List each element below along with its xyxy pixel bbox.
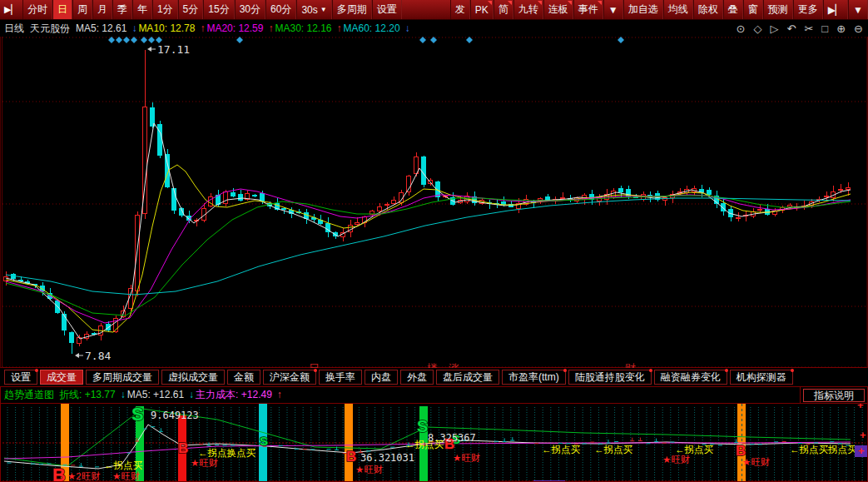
eye-icon[interactable]: ⊙ xyxy=(737,23,746,34)
indicator-help-button[interactable]: 指标说明 xyxy=(803,389,865,402)
indicator-panel-canvas[interactable]: SSSSBBBBB9.64912336.3210318.325367←拐点买★2… xyxy=(1,404,867,481)
bottom-tab[interactable]: 金额 xyxy=(227,370,260,385)
ma-readout: MA20: 12.59 xyxy=(206,22,263,34)
indicator-panel[interactable]: SSSSBBBBB9.64912336.3210318.325367←拐点买★2… xyxy=(0,403,868,482)
toolbar-button[interactable]: 连板 xyxy=(543,0,573,19)
trend-down-icon: ↓ xyxy=(405,22,410,34)
bottom-tab[interactable]: 外盘 xyxy=(400,370,434,385)
toolbar-button[interactable]: 加自选 xyxy=(623,0,663,19)
more-dropdown-icon[interactable]: ▼ xyxy=(848,0,868,19)
collapse-left-icon[interactable]: ▶▏ xyxy=(0,0,22,19)
trend-down-icon: ↓ xyxy=(131,22,136,34)
zoom-in-icon[interactable]: ⊕ xyxy=(836,23,846,34)
bottom-tab[interactable]: 多周期成交量 xyxy=(86,370,159,385)
indicator-readouts: 折线: +13.77↓MA5: +12.61↓主力成本: +12.49↑ xyxy=(59,388,284,402)
signal-bar xyxy=(345,404,353,481)
toolbar-button[interactable]: 1分 xyxy=(152,0,178,19)
undo-icon[interactable]: ↶ xyxy=(787,23,796,34)
price-high-label: 17.11 xyxy=(147,43,190,56)
bottom-tab[interactable]: 陆股通持股变化 xyxy=(568,370,652,385)
toolbar-button[interactable]: 15分 xyxy=(203,0,234,19)
toolbar-button[interactable]: 更多 xyxy=(793,0,823,19)
trend-down-icon: ↓ xyxy=(189,389,194,400)
toolbar-button[interactable]: 5分 xyxy=(178,0,204,19)
buy-marker: B xyxy=(178,440,188,456)
play-circle-icon[interactable]: ▷ xyxy=(771,23,779,34)
toolbar-button[interactable]: 事件 xyxy=(573,0,603,19)
ma-line-ma10 xyxy=(6,165,851,332)
trading-terminal-window: ▶▏ 分时日周月季年1分5分15分30分60分30s▼多周期设置 发PK简九转连… xyxy=(0,0,868,482)
toolbar-button[interactable]: 叠 xyxy=(723,0,743,19)
value-label: 9.649123 xyxy=(151,410,199,421)
notification-dot xyxy=(314,369,317,372)
signal-label: ←拐点买 xyxy=(594,445,633,455)
svg-text:财: 财 xyxy=(625,362,636,368)
trend-up-icon: ↑ xyxy=(268,22,273,34)
notification-dot xyxy=(563,369,567,372)
bottom-tab[interactable]: 设置 xyxy=(4,370,37,385)
period-label: 日线 xyxy=(4,22,24,36)
bottom-tab[interactable]: 沪深金额 xyxy=(263,370,316,385)
signal-label: ←拐点买 xyxy=(405,440,444,450)
svg-text:涨: 涨 xyxy=(449,362,459,368)
bottom-tab[interactable]: 融资融券变化 xyxy=(654,370,727,385)
main-chart-area[interactable]: 17.117.84日楼涨财 xyxy=(0,37,868,368)
svg-text:日: 日 xyxy=(309,362,320,368)
sell-marker: S xyxy=(260,434,268,448)
toolbar-button[interactable]: 窗 xyxy=(743,0,763,19)
buy-marker: B xyxy=(52,465,66,481)
toolbar-button[interactable]: 多周期 xyxy=(332,0,372,19)
zoom-out-icon[interactable]: ⊖ xyxy=(854,23,863,34)
bottom-tab[interactable]: 换手率 xyxy=(319,370,362,385)
signal-label: ←拐点买 xyxy=(104,460,143,470)
bottom-tab[interactable]: 内盘 xyxy=(365,370,398,385)
ma-readout: MA60: 12.20 xyxy=(344,22,400,34)
signal-label: ★旺财 xyxy=(453,453,480,463)
toolbar-button[interactable]: 设置 xyxy=(372,0,402,19)
cut-icon[interactable]: ✂ xyxy=(804,23,813,34)
bottom-tab[interactable]: 成交量 xyxy=(40,370,83,385)
bottom-tab[interactable]: 盘后成交量 xyxy=(436,370,499,385)
collapse-right-icon[interactable]: ▶▏ xyxy=(823,0,848,19)
signal-label: ★旺财 xyxy=(191,458,218,468)
toolbar-button[interactable]: 60分 xyxy=(265,0,296,19)
toolbar-button[interactable]: 均线 xyxy=(663,0,693,19)
main-chart-canvas[interactable]: 17.117.84日楼涨财 xyxy=(1,37,868,368)
toolbar-button[interactable]: 九转 xyxy=(513,0,543,19)
ma-readouts: MA5: 12.61↓MA10: 12.78↑MA20: 12.59↑MA30:… xyxy=(76,22,412,34)
toolbar-button[interactable]: 季 xyxy=(112,0,132,19)
toolbar-button[interactable]: 30s▼ xyxy=(296,0,331,19)
indicator-readout: 折线: +13.77 xyxy=(59,389,116,400)
toolbar-button[interactable]: 分时 xyxy=(22,0,52,19)
notification-dot xyxy=(791,369,794,372)
chart-tool-icons: ⊙◇▷↶✂□⊕⊖ xyxy=(728,23,863,34)
toolbar-button[interactable]: 年 xyxy=(132,0,152,19)
price-low-label: 7.84 xyxy=(75,350,111,362)
stock-name: 天元股份 xyxy=(30,22,70,36)
bottom-tab[interactable]: 市盈率(ttm) xyxy=(502,370,566,385)
toolbar-button[interactable]: 发 xyxy=(450,0,470,19)
toolbar-button[interactable]: 日 xyxy=(52,0,72,19)
toolbar-button[interactable]: 简 xyxy=(494,0,513,19)
toolbar-button[interactable]: 预测 xyxy=(763,0,793,19)
window-icon[interactable]: □ xyxy=(821,23,828,34)
notification-dot xyxy=(725,369,728,372)
buy-marker: B xyxy=(346,449,356,465)
plus-mark: + xyxy=(857,404,864,411)
events-dropdown-icon[interactable]: ▼ xyxy=(603,0,623,19)
indicator-header: 趋势通道图 折线: +13.77↓MA5: +12.61↓主力成本: +12.4… xyxy=(0,386,868,403)
signal-label: ★旺财 xyxy=(112,471,140,481)
toolbar-button[interactable]: PK xyxy=(470,0,494,19)
trend-up-icon: ↑ xyxy=(277,389,282,400)
drag-hand-icon[interactable]: ◇ xyxy=(754,23,762,34)
top-toolbar: ▶▏ 分时日周月季年1分5分15分30分60分30s▼多周期设置 发PK简九转连… xyxy=(0,0,868,20)
bottom-tab[interactable]: 虚拟成交量 xyxy=(161,370,225,385)
purple-block xyxy=(533,480,565,481)
trend-up-icon: ↑ xyxy=(200,22,205,34)
toolbar-button[interactable]: 月 xyxy=(92,0,112,19)
toolbar-button[interactable]: 除权 xyxy=(693,0,723,19)
bottom-tab[interactable]: 机构探测器 xyxy=(730,370,793,385)
notification-dot xyxy=(649,369,652,372)
toolbar-button[interactable]: 周 xyxy=(72,0,92,19)
toolbar-button[interactable]: 30分 xyxy=(235,0,265,19)
